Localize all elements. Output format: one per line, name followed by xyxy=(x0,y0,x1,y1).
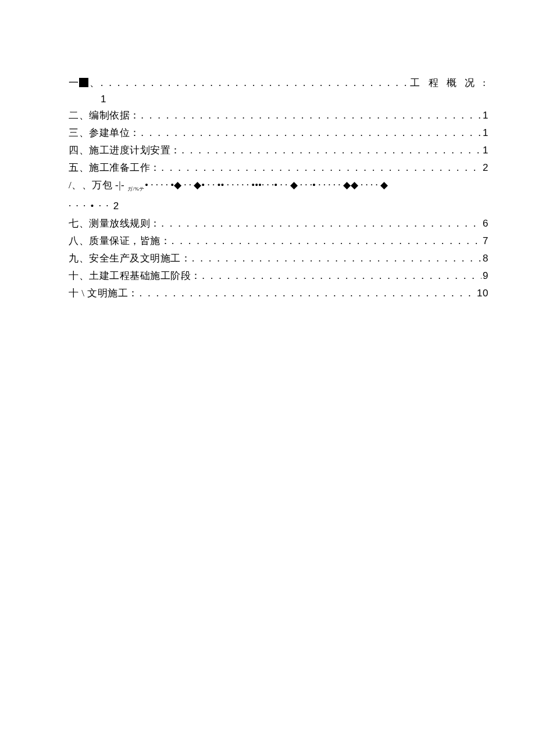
black-square-icon xyxy=(79,78,88,87)
toc-page: 6 xyxy=(483,215,488,232)
toc-entry-1-page: 1 xyxy=(69,92,488,107)
toc-page: 2 xyxy=(483,159,488,177)
toc-label: 九、安全生产及文明施工： xyxy=(69,250,191,267)
toc-label: 十 \ 文明施工： xyxy=(69,285,138,302)
toc-dots xyxy=(202,267,482,285)
toc-label: 八、质量保证，皆施： xyxy=(69,232,170,250)
toc-entry-10: 十、土建工程基础施工阶段： 9 xyxy=(69,267,488,285)
toc-page: 9 xyxy=(483,267,488,285)
toc-entry-3: 三、参建单位： 1 xyxy=(69,124,488,142)
toc-entry-8: 八、质量保证，皆施： 7 xyxy=(69,232,488,250)
toc-label: 五、施工准备工作： xyxy=(69,159,160,177)
toc-label: 七、测量放线规则： xyxy=(69,215,160,232)
toc-dots xyxy=(162,215,482,232)
toc-label: 二、编制依据： xyxy=(69,107,140,124)
toc-dots xyxy=(141,107,482,124)
toc-label: 三、参建单位： xyxy=(69,124,140,142)
toc-page: 1 xyxy=(483,124,488,142)
toc-page: 1 xyxy=(483,142,488,159)
toc-entry-4: 四、施工进度计划安置： 1 xyxy=(69,142,488,159)
toc-page: 8 xyxy=(483,250,488,267)
toc-dots xyxy=(141,124,482,142)
toc-entry-6: /、、万包 -|- ガ/%テ • · · · · •◆ · · ◆• · · •… xyxy=(69,177,488,215)
toc-dots xyxy=(192,250,482,267)
toc-label: 四、施工进度计划安置： xyxy=(69,142,181,159)
toc-label: /、、万包 -|- ガ/%テ xyxy=(69,177,145,198)
toc-dots xyxy=(101,74,409,92)
toc-page: 7 xyxy=(483,232,488,250)
toc-garbled-dots: • · · · · •◆ · · ◆• · · •• · · · · · •••… xyxy=(145,177,488,194)
document-page: 一、 工 程 概 况 : 1 二、编制依据： 1 三、参建单位： 1 四、施工进… xyxy=(0,0,535,302)
toc-entry-1-suffix: 工 程 概 况 : xyxy=(410,74,488,92)
toc-entry-7: 七、测量放线规则： 6 xyxy=(69,215,488,232)
toc-page: 1 xyxy=(483,107,488,124)
toc-page: 10 xyxy=(477,285,488,302)
toc-entry-1-prefix: 一、 xyxy=(69,74,99,92)
toc-entry-1: 一、 工 程 概 况 : 1 xyxy=(69,74,488,107)
toc-entry-6-line2: · · · • · · 2 xyxy=(69,198,488,215)
toc-dots xyxy=(162,159,482,177)
toc-dots xyxy=(140,285,476,302)
toc-entry-5: 五、施工准备工作： 2 xyxy=(69,159,488,177)
toc-entry-9: 九、安全生产及文明施工： 8 xyxy=(69,250,488,267)
toc-entry-2: 二、编制依据： 1 xyxy=(69,107,488,124)
toc-dots xyxy=(172,232,482,250)
toc-label: 十、土建工程基础施工阶段： xyxy=(69,267,201,285)
toc-dots xyxy=(182,142,482,159)
toc-entry-11: 十 \ 文明施工： 10 xyxy=(69,285,488,302)
